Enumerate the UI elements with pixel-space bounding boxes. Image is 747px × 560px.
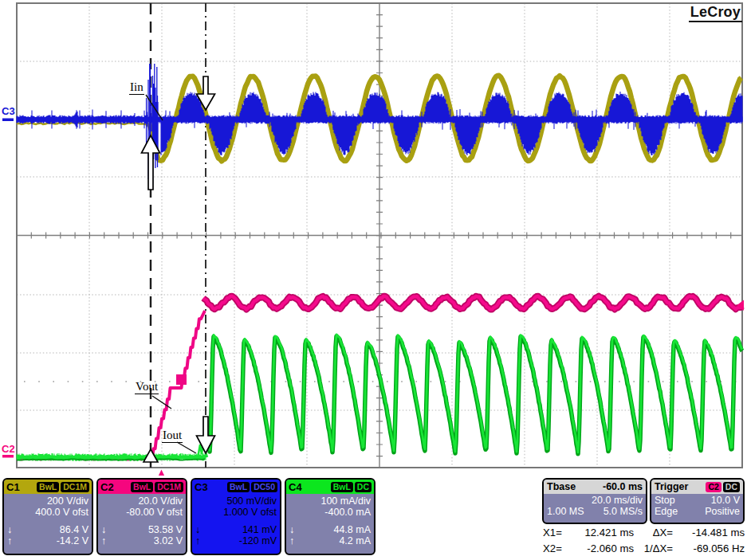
- measure-value: 44.8 mA: [333, 525, 371, 536]
- bandwidth-limit-badge: BwL: [331, 482, 353, 492]
- x2-value: -2.060 ms: [572, 542, 634, 554]
- channel-box-c4[interactable]: C4 BwLDC 100 mA/div -400.0 mA ↓44.8 mA ↑…: [285, 478, 375, 555]
- coupling-badge: DC50: [251, 482, 277, 492]
- measure-value: 86.4 V: [60, 525, 88, 536]
- offset-value: -80.00 V ofst: [100, 507, 183, 519]
- trace-label-vout: Vout: [135, 381, 159, 394]
- channel-label: C3: [195, 481, 208, 493]
- trace-label-iout: Iout: [162, 429, 183, 443]
- fx-label: 1/ΔX=: [634, 542, 675, 554]
- cursor-readout: X1= 12.421 ms ΔX= -14.481 ms X2= -2.060 …: [543, 527, 745, 554]
- measure-value: -14.2 V: [57, 536, 88, 547]
- trigger-delay-value: -60.0 ms: [603, 481, 643, 492]
- timebase-label: Tbase: [547, 481, 576, 492]
- x1-value: 12.421 ms: [572, 527, 634, 538]
- trigger-type: Edge: [655, 507, 678, 518]
- channel-label: C1: [6, 481, 20, 493]
- trigger-box[interactable]: Trigger C2DC Stop10.0 V EdgePositive: [650, 478, 745, 524]
- scope-display: LeCroy Iin Vout Iout C3 C2: [0, 0, 747, 476]
- bandwidth-limit-badge: BwL: [227, 482, 250, 492]
- arrow-down-icon: ↓: [100, 525, 106, 536]
- trigger-position-marker-icon[interactable]: [157, 470, 166, 476]
- timebase-box[interactable]: Tbase -60.0 ms 20.0 ms/div 1.00 MS5.0 MS…: [542, 478, 647, 524]
- arrow-down-icon: ↓: [6, 525, 12, 536]
- record-length: 1.00 MS: [547, 507, 584, 518]
- channel-header-c4: C4 BwLDC: [286, 480, 374, 494]
- measure-value: 3.02 V: [154, 536, 183, 547]
- channel-box-c1[interactable]: C1 BwLDC1M 200 V/div 400.0 V ofst ↓86.4 …: [2, 478, 93, 555]
- measure-value: 4.2 mA: [339, 536, 371, 547]
- channel-position-marker-c2[interactable]: C2: [2, 444, 15, 454]
- scale-per-div: 500 mV/div: [195, 496, 277, 507]
- x2-label: X2=: [543, 542, 572, 554]
- measure-value: 53.58 V: [148, 525, 183, 536]
- channel-box-c2[interactable]: C2 BwLDC1M 20.0 V/div -80.00 V ofst ↓53.…: [96, 478, 187, 555]
- time-per-div: 20.0 ms/div: [592, 495, 643, 507]
- channel-label: C2: [100, 481, 114, 493]
- trigger-slope: Positive: [705, 507, 740, 518]
- coupling-badge: DC1M: [155, 482, 183, 492]
- channel-box-c3[interactable]: C3 BwLDC50 500 mV/div 1.000 V ofst ↓141 …: [191, 478, 281, 555]
- channel-position-marker-c3[interactable]: C3: [2, 106, 15, 116]
- trigger-mode: Stop: [655, 495, 675, 507]
- scale-per-div: 200 V/div: [6, 496, 88, 507]
- arrow-up-icon: ↑: [289, 536, 294, 547]
- channel-header-c1: C1 BwLDC1M: [4, 480, 92, 494]
- timebase-header: Tbase -60.0 ms: [544, 480, 646, 494]
- trace-label-iin: Iin: [129, 81, 144, 95]
- channel-header-c2: C2 BwLDC1M: [98, 480, 186, 494]
- offset-value: 400.0 V ofst: [6, 507, 88, 519]
- trigger-source-badge: C2: [706, 482, 721, 492]
- bandwidth-limit-badge: BwL: [131, 482, 153, 492]
- trigger-header: Trigger C2DC: [651, 480, 743, 494]
- measure-value: 141 mV: [242, 525, 277, 536]
- c2-zero-tick: [2, 455, 14, 458]
- channel-label: C4: [289, 481, 302, 493]
- arrow-down-icon: ↓: [289, 525, 294, 536]
- x1-label: X1=: [543, 527, 572, 538]
- scale-per-div: 100 mA/div: [289, 496, 371, 507]
- channel-body: 20.0 V/div -80.00 V ofst ↓53.58 V ↑3.02 …: [98, 494, 186, 546]
- trigger-label: Trigger: [655, 481, 688, 492]
- c3-zero-tick: [2, 119, 14, 122]
- status-panel: C1 BwLDC1M 200 V/div 400.0 V ofst ↓86.4 …: [0, 476, 747, 560]
- dx-label: ΔX=: [634, 527, 675, 538]
- trigger-body: Stop10.0 V EdgePositive: [651, 494, 743, 517]
- scale-per-div: 20.0 V/div: [100, 496, 183, 507]
- coupling-badge: DC: [355, 482, 372, 492]
- fx-value: -69.056 Hz: [675, 542, 745, 554]
- bandwidth-limit-badge: BwL: [37, 482, 59, 492]
- arrow-up-icon: ↑: [100, 536, 106, 547]
- sample-rate: 5.0 MS/s: [603, 507, 643, 518]
- measure-value: -120 mV: [239, 536, 277, 547]
- channel-body: 500 mV/div 1.000 V ofst ↓141 mV ↑-120 mV: [192, 494, 280, 546]
- waveform-canvas: [0, 0, 747, 476]
- arrow-up-icon: ↑: [195, 536, 200, 547]
- arrow-down-icon: ↓: [195, 525, 200, 536]
- arrow-up-icon: ↑: [6, 536, 12, 547]
- timebase-body: 20.0 ms/div 1.00 MS5.0 MS/s: [544, 494, 646, 517]
- trace-c4-baseline-edge: [17, 459, 205, 460]
- channel-header-c3: C3 BwLDC50: [192, 480, 280, 494]
- trigger-coupling-badge: DC: [723, 482, 740, 492]
- dx-value: -14.481 ms: [675, 527, 745, 538]
- lecroy-logo: LeCroy: [689, 4, 742, 22]
- trigger-level: 10.0 V: [711, 495, 740, 507]
- offset-value: 1.000 V ofst: [195, 507, 277, 519]
- channel-body: 100 mA/div -400.0 mA ↓44.8 mA ↑4.2 mA: [286, 494, 374, 546]
- trace-c2-step: [176, 374, 187, 385]
- coupling-badge: DC1M: [61, 482, 89, 492]
- channel-body: 200 V/div 400.0 V ofst ↓86.4 V ↑-14.2 V: [4, 494, 92, 546]
- offset-value: -400.0 mA: [289, 507, 371, 519]
